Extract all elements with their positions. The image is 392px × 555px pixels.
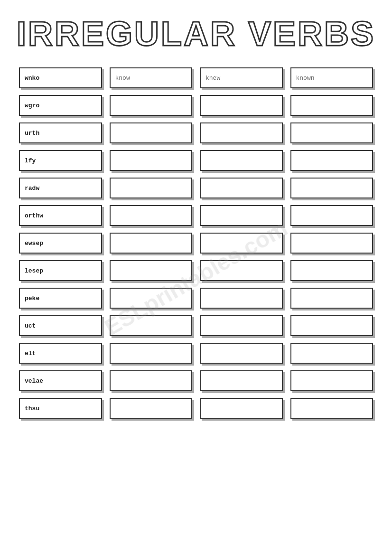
cell-row4-col2: [200, 178, 283, 198]
page-title: IRREGULAR VERBS: [14, 14, 378, 53]
cell-row2-col0: urth: [19, 122, 102, 143]
cell-row11-col1: [110, 370, 193, 391]
cell-row8-col1: [110, 288, 193, 309]
cell-row2-col3: [290, 122, 373, 143]
cell-row10-col3: [290, 343, 373, 364]
cell-row0-col3: known: [290, 67, 373, 88]
cell-row12-col1: [110, 398, 193, 419]
cell-row1-col2: [200, 95, 283, 116]
cell-row3-col2: [200, 150, 283, 171]
cell-row9-col3: [290, 315, 373, 336]
cell-row8-col2: [200, 288, 283, 309]
cell-row7-col2: [200, 260, 283, 281]
cell-row6-col0: ewsep: [19, 233, 102, 254]
cell-row3-col1: [110, 150, 193, 171]
cell-row12-col3: [290, 398, 373, 419]
cell-row1-col3: [290, 95, 373, 116]
cell-row1-col0: wgro: [19, 95, 102, 116]
cell-row11-col2: [200, 370, 283, 391]
cell-row4-col3: [290, 178, 373, 198]
cell-row6-col2: [200, 233, 283, 254]
cell-row2-col1: [110, 122, 193, 143]
cell-row9-col1: [110, 315, 193, 336]
cell-row12-col0: thsu: [19, 398, 102, 419]
cell-row5-col1: [110, 205, 193, 226]
cell-row8-col0: peke: [19, 288, 102, 309]
cell-row0-col2: knew: [200, 67, 283, 88]
cell-row5-col2: [200, 205, 283, 226]
cell-row4-col1: [110, 178, 193, 198]
cell-row8-col3: [290, 288, 373, 309]
cell-row10-col2: [200, 343, 283, 364]
cell-row1-col1: [110, 95, 193, 116]
cell-row5-col0: orthw: [19, 205, 102, 226]
cell-row4-col0: radw: [19, 178, 102, 198]
cell-row7-col0: lesep: [19, 260, 102, 281]
cell-row2-col2: [200, 122, 283, 143]
cell-row9-col0: uct: [19, 315, 102, 336]
cell-row10-col1: [110, 343, 193, 364]
cell-row3-col0: lfy: [19, 150, 102, 171]
cell-row11-col3: [290, 370, 373, 391]
cell-row5-col3: [290, 205, 373, 226]
cell-row11-col0: velae: [19, 370, 102, 391]
cell-row7-col3: [290, 260, 373, 281]
verb-grid: wnkoknowknewknownwgrourthlfyradworthwews…: [14, 67, 378, 419]
cell-row6-col1: [110, 233, 193, 254]
cell-row6-col3: [290, 233, 373, 254]
cell-row0-col0: wnko: [19, 67, 102, 88]
cell-row3-col3: [290, 150, 373, 171]
cell-row0-col1: know: [110, 67, 193, 88]
cell-row12-col2: [200, 398, 283, 419]
cell-row7-col1: [110, 260, 193, 281]
cell-row10-col0: elt: [19, 343, 102, 364]
cell-row9-col2: [200, 315, 283, 336]
